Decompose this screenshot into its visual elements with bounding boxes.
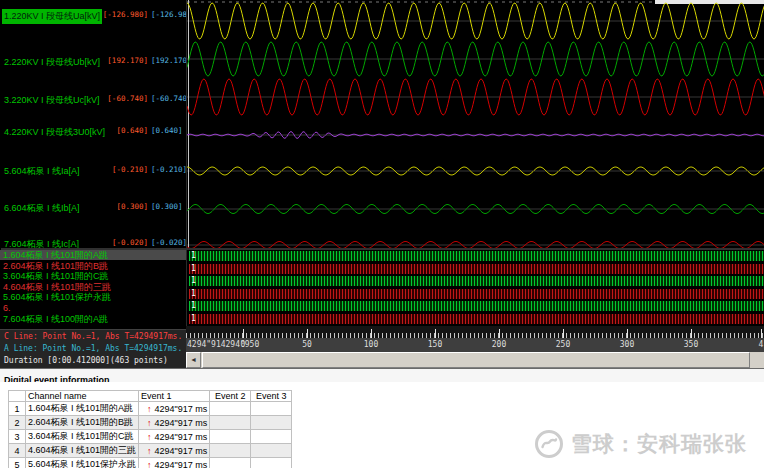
digital-channel-row[interactable]: 3.604柘泉 I 线101開的C跳	[0, 271, 186, 281]
scrollbar-thumb[interactable]	[202, 352, 750, 368]
major-tick	[243, 329, 244, 338]
event-table-row[interactable]: 55.604柘泉 I 线101保护永跳↑4294"917 ms	[9, 458, 292, 468]
c-line-value: [192.170]	[102, 56, 148, 65]
event1-cell: ↑4294"917 ms	[139, 430, 210, 444]
event2-cell	[210, 402, 251, 416]
a-line-value: [-0.020]	[151, 238, 186, 247]
header-cell: Channel name	[26, 391, 139, 402]
axis-tick-label: 250	[556, 340, 570, 349]
event-section-header: Digital event information	[0, 368, 764, 382]
event3-cell	[251, 416, 292, 430]
digital-bar: 1	[189, 289, 764, 299]
a-line-value: [-60.740]	[151, 94, 186, 103]
watermark: 雪球：安科瑞张张	[534, 429, 747, 459]
event1-cell: ↑4294"917 ms	[139, 458, 210, 468]
major-tick	[761, 329, 762, 338]
digital-channel-row[interactable]: 6.	[0, 303, 186, 313]
bar-state-label: 1	[191, 314, 196, 324]
row-index-cell: 3	[9, 430, 26, 444]
analog-channel-label: 2.220KV I 段母线Ub[kV]	[2, 55, 102, 70]
a-line-value: [192.170]	[151, 56, 186, 65]
digital-channel-row[interactable]: 7.604柘泉 I 线100開的A跳	[0, 314, 186, 324]
digital-waveform-bars[interactable]: 111111	[187, 251, 764, 327]
horizontal-scrollbar[interactable]: ◄	[186, 352, 764, 368]
axis-tick-label: 350	[684, 340, 698, 349]
event-table-row[interactable]: 22.604柘泉 I 线101開的B跳↑4294"917 ms	[9, 416, 292, 430]
axis-tick-label: 4	[759, 340, 764, 349]
bar-state-label: 1	[191, 264, 196, 274]
analog-channel-row[interactable]: 5.604柘泉 I 线Ia[A][-0.210][-0.210]	[0, 164, 186, 177]
analog-channel-row[interactable]: 2.220KV I 段母线Ub[kV][192.170][192.170]	[0, 55, 186, 68]
c-line-value: [-126.980]	[102, 10, 148, 19]
duration-status: Duration [0:00.412000](463 points)	[4, 356, 168, 365]
bar-state-label: 1	[191, 276, 196, 286]
analog-waveforms[interactable]	[187, 0, 764, 248]
major-tick	[371, 329, 372, 338]
major-tick	[627, 329, 628, 338]
axis-tick-label: 4294"914294"950	[187, 340, 259, 349]
digital-channel-row[interactable]: 5.604柘泉 I 线101保护永跳	[0, 292, 186, 302]
analog-channel-row[interactable]: 1.220KV I 段母线Ua[kV][-126.980][-126.980]	[0, 9, 186, 22]
event2-cell	[210, 444, 251, 458]
analog-channel-label: 4.220KV I 段母线3U0[kV]	[2, 125, 107, 140]
analog-channel-label: 5.604柘泉 I 线Ia[A]	[2, 164, 82, 179]
digital-bar: 1	[189, 276, 764, 286]
axis-tick-label: 150	[428, 340, 442, 349]
event1-cell: ↑4294"917 ms	[139, 444, 210, 458]
analog-channel-label: 3.220KV I 段母线Uc[kV]	[2, 93, 102, 108]
event-table-row[interactable]: 11.604柘泉 I 线101開的A跳↑4294"917 ms	[9, 402, 292, 416]
analog-digital-divider	[1, 248, 764, 250]
analog-channel-row[interactable]: 4.220KV I 段母线3U0[kV][0.640][0.640]	[0, 125, 186, 138]
major-tick	[691, 329, 692, 338]
bar-state-label: 1	[191, 289, 196, 299]
event2-cell	[210, 458, 251, 468]
app-root: 1.220KV I 段母线Ua[kV][-126.980][-126.980]2…	[0, 0, 764, 468]
scroll-left-button[interactable]: ◄	[186, 352, 201, 368]
header-index-cell	[9, 391, 26, 402]
channel-name-cell: 5.604柘泉 I 线101保护永跳	[26, 458, 139, 468]
trip-up-arrow-icon: ↑	[147, 418, 152, 428]
channel-name-cell: 4.604柘泉 I 线101開的三跳	[26, 444, 139, 458]
event3-cell	[251, 402, 292, 416]
watermark-text: 雪球：安科瑞张张	[571, 430, 747, 458]
channel-list-panel: 1.220KV I 段母线Ua[kV][-126.980][-126.980]2…	[0, 0, 186, 368]
event1-cell: ↑4294"917 ms	[139, 416, 210, 430]
event1-time: 4294"917 ms	[155, 432, 208, 442]
digital-channel-row[interactable]: 2.604柘泉 I 线101開的B跳	[0, 261, 186, 271]
row-index-cell: 4	[9, 444, 26, 458]
channel-name-cell: 3.604柘泉 I 线101開的C跳	[26, 430, 139, 444]
analog-channel-row[interactable]: 6.604柘泉 I 线Ib[A][0.300][0.300]	[0, 201, 186, 214]
digital-event-table: Channel nameEvent 1Event 2Event 3 11.604…	[8, 390, 292, 468]
axis-tick-label: 100	[364, 340, 378, 349]
trip-up-arrow-icon: ↑	[147, 446, 152, 456]
event1-cell: ↑4294"917 ms	[139, 402, 210, 416]
cursor-status-panel: C Line: Point No.=1, Abs T=4294917ms. Re…	[0, 329, 186, 368]
analog-channel-row[interactable]: 3.220KV I 段母线Uc[kV][-60.740][-60.740]	[0, 93, 186, 106]
oscillography-viewer-window: { "colors": { "channel_green": "#00c800"…	[0, 0, 764, 468]
event3-cell	[251, 430, 292, 444]
c-line-value: [-0.020]	[102, 238, 148, 247]
digital-bar: 1	[189, 301, 764, 311]
event1-time: 4294"917 ms	[155, 446, 208, 456]
major-tick	[563, 329, 564, 338]
c-line-value: [0.300]	[102, 202, 148, 211]
row-index-cell: 2	[9, 416, 26, 430]
digital-channel-row[interactable]: 4.604柘泉 I 线101開的三跳	[0, 282, 186, 292]
waveform-panel[interactable]: 111111	[186, 0, 764, 330]
analog-channel-label: 1.220KV I 段母线Ua[kV]	[2, 9, 102, 24]
a-line-status: A Line: Point No.=1, Abs T=4294917ms. Re…	[4, 344, 186, 353]
axis-tick-label: 0	[241, 340, 246, 349]
row-index-cell: 1	[9, 402, 26, 416]
row-index-cell: 5	[9, 458, 26, 468]
event-table-row[interactable]: 33.604柘泉 I 线101開的C跳↑4294"917 ms	[9, 430, 292, 444]
digital-channel-row[interactable]: 1.604柘泉 I 线101開的A跳	[0, 250, 186, 260]
axis-tick-label: 300	[620, 340, 634, 349]
event1-time: 4294"917 ms	[155, 460, 208, 468]
event-table-row[interactable]: 44.604柘泉 I 线101開的三跳↑4294"917 ms	[9, 444, 292, 458]
xueqiu-logo-icon	[534, 429, 564, 459]
time-axis: 4294"914294"9500501001502002503003504	[186, 338, 764, 352]
a-line-value: [-126.980]	[151, 10, 186, 19]
digital-bar: 1	[189, 251, 764, 261]
time-ruler	[186, 326, 764, 338]
trip-up-arrow-icon: ↑	[147, 432, 152, 442]
